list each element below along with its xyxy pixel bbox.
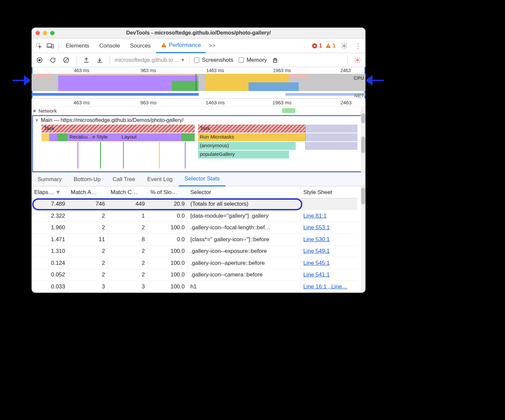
svg-rect-2 bbox=[52, 45, 54, 48]
flame-chart[interactable]: ▶ Network ▼ Main — https://microsoftedge… bbox=[32, 107, 365, 172]
clear-icon[interactable] bbox=[61, 55, 71, 65]
cell-elapsed: 0.052 bbox=[32, 269, 68, 281]
cell-pct-slow: 100.0 bbox=[148, 258, 188, 269]
cell-selector: .gallery-icon--exposure::before bbox=[188, 246, 301, 257]
col-elapsed[interactable]: Elaps… ▼ bbox=[32, 186, 68, 198]
record-button-icon[interactable] bbox=[34, 55, 45, 65]
col-selector[interactable]: Selector bbox=[188, 186, 301, 198]
cell-elapsed: 1.960 bbox=[32, 222, 68, 234]
cell-stylesheet[interactable]: Line 541:1 bbox=[301, 269, 357, 281]
close-window-button[interactable] bbox=[36, 31, 40, 35]
subtab-summary[interactable]: Summary bbox=[32, 172, 68, 186]
stylesheet-link[interactable]: Line 541:1 bbox=[303, 271, 330, 278]
tracks-scrollthumb[interactable] bbox=[361, 113, 365, 123]
subtab-call-tree[interactable]: Call Tree bbox=[107, 172, 141, 186]
net-label: NET bbox=[354, 93, 364, 98]
memory-label: Memory bbox=[247, 57, 267, 63]
minimize-window-button[interactable] bbox=[43, 31, 47, 35]
cell-stylesheet[interactable]: Line 16:1 , Line… bbox=[301, 281, 357, 293]
cell-elapsed: 1.310 bbox=[32, 246, 68, 257]
divider bbox=[347, 56, 348, 64]
titlebar: DevTools - microsoftedge.github.io/Demos… bbox=[32, 28, 365, 39]
tab-console[interactable]: Console bbox=[95, 39, 125, 53]
more-menu-icon[interactable]: ⋮ bbox=[353, 41, 363, 51]
subtab-selector-stats[interactable]: Selector Stats bbox=[179, 172, 226, 186]
memory-checkbox[interactable] bbox=[239, 57, 244, 63]
tab-elements[interactable]: Elements bbox=[61, 39, 94, 53]
reload-record-icon[interactable] bbox=[48, 55, 58, 65]
tab-sources[interactable]: Sources bbox=[125, 39, 155, 53]
tab-performance[interactable]: Performance bbox=[156, 39, 206, 53]
svg-rect-7 bbox=[328, 47, 329, 48]
flame-anonymous[interactable]: (anonymous) bbox=[198, 142, 296, 150]
profile-target-dropdown[interactable]: microsoftedge.github.io ... ▾ bbox=[115, 56, 184, 63]
cell-match-attempts: 3 bbox=[68, 281, 108, 293]
svg-point-13 bbox=[357, 59, 358, 61]
cell-match-attempts: 2 bbox=[68, 246, 108, 257]
inspect-element-icon[interactable] bbox=[34, 41, 44, 51]
cell-elapsed: 1.471 bbox=[32, 234, 68, 246]
flame-recalc-style[interactable]: Recalcu…e Style bbox=[67, 133, 120, 141]
overview-timeline[interactable]: 463 ms 963 ms 1463 ms 1963 ms 2463 ms CP… bbox=[32, 67, 365, 99]
performance-toolbar: microsoftedge.github.io ... ▾ Screenshot… bbox=[32, 53, 365, 67]
flame-task[interactable]: Task bbox=[198, 125, 306, 133]
table-scrollbar[interactable] bbox=[361, 186, 365, 293]
zoom-window-button[interactable] bbox=[50, 31, 54, 35]
cell-match-count: 2 bbox=[108, 269, 148, 281]
upload-profile-icon[interactable] bbox=[81, 55, 92, 65]
cell-match-attempts: 746 bbox=[68, 198, 108, 210]
tracks-scrollthumb-2[interactable] bbox=[361, 137, 365, 153]
flame-run-microtasks[interactable]: Run Microtasks bbox=[198, 133, 306, 141]
stylesheet-link[interactable]: Line 16:1 , Line… bbox=[303, 283, 348, 290]
cell-stylesheet[interactable]: Line 549:1 bbox=[301, 246, 357, 257]
stylesheet-link[interactable]: Line 81:1 bbox=[303, 213, 327, 219]
stylesheet-link[interactable]: Line 549:1 bbox=[303, 248, 330, 255]
cell-match-attempts: 2 bbox=[68, 269, 108, 281]
screenshots-checkbox[interactable] bbox=[194, 57, 199, 63]
cell-stylesheet[interactable]: Line 530:1 bbox=[301, 234, 357, 246]
warning-badge[interactable]: 1 bbox=[325, 43, 336, 49]
col-pct-slow[interactable]: % of Slo… bbox=[148, 186, 188, 198]
cell-pct-slow: 0.0 bbox=[148, 234, 188, 246]
cell-elapsed: 0.033 bbox=[32, 281, 68, 293]
flame-activity[interactable] bbox=[305, 142, 357, 150]
capture-settings-icon[interactable] bbox=[352, 55, 363, 65]
garbage-collect-icon[interactable] bbox=[270, 55, 280, 65]
cell-stylesheet[interactable]: Line 545:1 bbox=[301, 258, 357, 269]
overview-playhead[interactable] bbox=[196, 74, 196, 91]
flame-activity[interactable] bbox=[42, 133, 67, 141]
main-track-header[interactable]: ▼ Main — https://microsoftedge.github.io… bbox=[33, 116, 363, 125]
cell-match-count: 8 bbox=[108, 234, 148, 246]
flame-populate-gallery[interactable]: populateGallery bbox=[198, 151, 289, 158]
annotation-arrow-left bbox=[13, 74, 30, 86]
col-stylesheet[interactable]: Style Sheet bbox=[301, 186, 357, 198]
flame-task[interactable]: Task bbox=[42, 125, 195, 133]
main-track-label: Main — https://microsoftedge.github.io/D… bbox=[41, 117, 184, 123]
flame-activity[interactable] bbox=[181, 133, 194, 141]
table-scrollthumb[interactable] bbox=[361, 188, 365, 204]
cell-selector: h1 bbox=[188, 281, 301, 293]
device-toolbar-icon[interactable] bbox=[45, 41, 55, 51]
tab-overflow[interactable]: >> bbox=[206, 39, 218, 53]
flame-layout[interactable]: Layout bbox=[120, 133, 181, 141]
flame-activity[interactable] bbox=[305, 125, 357, 133]
stylesheet-link[interactable]: Line 545:1 bbox=[303, 260, 330, 266]
cell-stylesheet[interactable]: Line 553:1 bbox=[301, 222, 357, 234]
settings-icon[interactable] bbox=[339, 41, 350, 51]
tracks-scrollbar[interactable] bbox=[361, 107, 365, 172]
stylesheet-link[interactable]: Line 530:1 bbox=[303, 236, 330, 243]
cell-match-count: 1 bbox=[108, 210, 148, 222]
subtab-event-log[interactable]: Event Log bbox=[141, 172, 179, 186]
cell-stylesheet[interactable]: Line 81:1 bbox=[301, 210, 357, 222]
network-track-header[interactable]: ▶ Network bbox=[32, 107, 365, 115]
stylesheet-link[interactable]: Line 553:1 bbox=[303, 224, 330, 231]
svg-rect-12 bbox=[273, 60, 277, 62]
main-flame-chart[interactable]: Task Task Recalcu…e Style Layout Run Mic… bbox=[35, 125, 361, 171]
download-profile-icon[interactable] bbox=[94, 55, 105, 65]
subtab-bottom-up[interactable]: Bottom-Up bbox=[68, 172, 107, 186]
col-match-attempts[interactable]: Match A… bbox=[68, 186, 108, 198]
divider bbox=[58, 42, 58, 50]
col-match-count[interactable]: Match C… bbox=[108, 186, 148, 198]
error-badge[interactable]: 1 bbox=[312, 43, 322, 49]
flame-activity[interactable] bbox=[305, 133, 357, 141]
